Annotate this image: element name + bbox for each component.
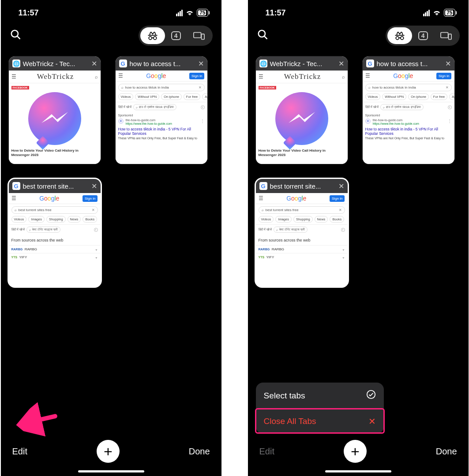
wifi-icon	[185, 10, 194, 16]
hamburger-icon: ☰	[11, 74, 16, 80]
clock: 11:57	[266, 8, 286, 18]
tab-grid: 🌐 WebTrickz - Tec... ✕ ☰ WebTrickz ⌕ FAC…	[1, 51, 221, 292]
svg-line-6	[24, 404, 55, 435]
close-tab-button[interactable]: ✕	[198, 60, 204, 68]
ad-result: ✦ the-how-to-guide.comhttps://www.the-ho…	[363, 119, 454, 126]
search-field: ⌕ best torrent sites free✕	[259, 206, 345, 214]
tab-preview: ☰ Google Sign in ⌕ how to access tiktok …	[116, 71, 207, 164]
close-tab-button[interactable]: ✕	[445, 60, 451, 68]
source-row: RARBG RARBG ⌄	[256, 245, 348, 253]
close-all-tabs-menu-item[interactable]: Close All Tabs ✕	[256, 409, 384, 434]
tab-title: how to access t...	[377, 60, 443, 67]
signin-button: Sign in	[83, 195, 98, 202]
incognito-tabs-button[interactable]	[387, 27, 412, 44]
signin-button: Sign in	[330, 195, 345, 202]
search-icon[interactable]	[10, 29, 21, 43]
tab-card[interactable]: 🌐 WebTrickz - Tec... ✕ ☰ WebTrickz ⌕ FAC…	[9, 56, 101, 164]
tab-card[interactable]: 🌐 WebTrickz - Tec... ✕ ☰ WebTrickz ⌕ FAC…	[256, 56, 348, 164]
svg-point-3	[153, 37, 156, 40]
svg-point-9	[396, 37, 399, 40]
tab-count-badge: 4	[171, 31, 181, 40]
article-headline: How to Delete Your Video Call History in…	[256, 147, 348, 159]
close-icon: ✕	[368, 416, 376, 427]
search-icon[interactable]	[257, 29, 268, 43]
hindi-search-row: हिंदी में खोजें ⌕ हाउ टो एक्सेस tiktok इ…	[363, 102, 454, 112]
close-tab-button[interactable]: ✕	[91, 182, 97, 190]
tab-preview: ☰ WebTrickz ⌕ FACEBOOK How to Delete You…	[9, 71, 101, 164]
status-bar: 11:57 75	[248, 0, 469, 21]
tab-header: G how to access t... ✕	[363, 56, 454, 71]
sponsored-label: Sponsored	[116, 112, 207, 119]
google-logo: Google	[39, 195, 59, 202]
new-tab-button[interactable]: +	[97, 440, 120, 463]
hindi-search-row: हिंदी में खोजें ⌕ बेस्ट टोरेंट साइट्स फ्…	[9, 224, 101, 234]
new-tab-button[interactable]: +	[344, 440, 367, 463]
source-row: RARBG RARBG ⌄	[9, 245, 101, 253]
close-tab-button[interactable]: ✕	[338, 182, 344, 190]
tab-count-badge: 4	[418, 31, 428, 40]
source-row: YTS YIFY ⌄	[9, 253, 101, 261]
select-tabs-menu-item[interactable]: Select tabs	[256, 383, 384, 409]
edit-button[interactable]: Edit	[12, 446, 27, 457]
sponsored-label: Sponsored	[363, 112, 454, 119]
checkmark-circle-icon	[366, 390, 376, 402]
site-logo: WebTrickz	[37, 72, 74, 81]
done-button[interactable]: Done	[436, 446, 457, 457]
signin-button: Sign in	[189, 73, 204, 79]
tab-card[interactable]: G how to access t... ✕ ☰ Google Sign in …	[116, 56, 207, 164]
sources-header: From sources across the web	[9, 234, 101, 245]
source-row: YTS YIFY ⌄	[256, 253, 348, 261]
tab-card[interactable]: G best torrent site... ✕ ☰ Google Sign i…	[9, 179, 101, 286]
tab-title: best torrent site...	[23, 182, 89, 190]
article-headline: How to Delete Your Video Call History in…	[9, 147, 101, 159]
tab-card[interactable]: G best torrent site... ✕ ☰ Google Sign i…	[256, 179, 348, 286]
svg-rect-12	[448, 34, 451, 39]
google-logo: Google	[393, 72, 413, 79]
svg-line-8	[264, 36, 267, 39]
hamburger-icon: ☰	[118, 73, 123, 79]
battery-icon: 75	[197, 9, 208, 17]
clock: 11:57	[19, 8, 39, 18]
home-indicator[interactable]	[325, 470, 391, 472]
tab-preview: ☰ Google Sign in ⌕ how to access tiktok …	[363, 71, 454, 164]
regular-tabs-button[interactable]: 4	[165, 27, 187, 44]
home-indicator[interactable]	[78, 470, 144, 472]
hindi-search-row: हिंदी में खोजें ⌕ हाउ टो एक्सेस tiktok इ…	[116, 102, 207, 112]
search-icon: ⌕	[95, 74, 98, 79]
messenger-logo-icon	[275, 92, 328, 145]
tab-title: best torrent site...	[270, 182, 336, 190]
other-devices-button[interactable]	[187, 27, 211, 44]
done-button[interactable]: Done	[189, 446, 210, 457]
wifi-icon	[432, 10, 441, 16]
category-badge: FACEBOOK	[259, 86, 276, 89]
close-tab-button[interactable]: ✕	[338, 60, 344, 68]
category-badge: FACEBOOK	[11, 86, 29, 89]
tab-grid: 🌐 WebTrickz - Tec... ✕ ☰ WebTrickz ⌕ FAC…	[248, 51, 469, 292]
close-tab-button[interactable]: ✕	[91, 60, 97, 68]
tab-title: WebTrickz - Tec...	[23, 60, 89, 67]
signin-button: Sign in	[436, 73, 451, 79]
tab-card[interactable]: G how to access t... ✕ ☰ Google Sign in …	[363, 56, 454, 164]
favicon-globe-icon: 🌐	[259, 60, 267, 67]
filter-chips: Videos Without VPN On iphone For free Ap	[363, 93, 454, 100]
edit-popup-menu: Select tabs Close All Tabs ✕	[256, 383, 384, 434]
incognito-tabs-button[interactable]	[140, 27, 165, 44]
other-devices-button[interactable]	[434, 27, 458, 44]
hamburger-icon: ☰	[11, 195, 16, 201]
status-icons: 75	[423, 9, 455, 17]
search-field: ⌕ how to access tiktok in india✕	[118, 84, 205, 91]
hindi-search-row: हिंदी में खोजें ⌕ बेस्ट टोरेंट साइट्स फ्…	[256, 224, 348, 234]
search-field: ⌕ best torrent sites free✕	[11, 206, 98, 214]
site-logo: WebTrickz	[284, 72, 321, 81]
tab-header: G best torrent site... ✕	[9, 179, 101, 193]
result-title: How to access tiktok in india - 5 VPN Fo…	[116, 126, 207, 137]
filter-chips: Videos Images Shopping News Books	[9, 216, 101, 223]
favicon-globe-icon: 🌐	[12, 60, 20, 67]
svg-point-2	[149, 37, 152, 40]
menu-item-label: Close All Tabs	[264, 416, 316, 426]
svg-point-10	[400, 37, 403, 40]
regular-tabs-button[interactable]: 4	[412, 27, 434, 44]
svg-rect-11	[440, 33, 448, 38]
tab-header: 🌐 WebTrickz - Tec... ✕	[9, 56, 101, 71]
tab-header: G best torrent site... ✕	[256, 179, 348, 193]
